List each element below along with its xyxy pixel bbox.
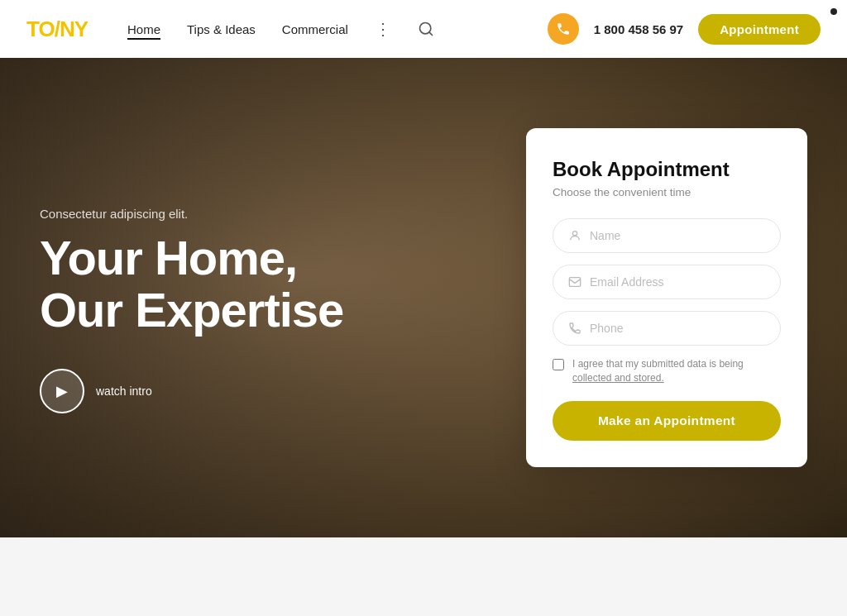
logo-rest: NY: [60, 17, 88, 41]
watch-label: watch intro: [96, 384, 152, 398]
search-icon[interactable]: [418, 21, 434, 37]
consent-label: I agree that my submitted data is being …: [572, 357, 781, 385]
consent-link[interactable]: collected and stored.: [572, 372, 664, 384]
svg-rect-3: [569, 277, 580, 286]
phone-field-icon: [568, 322, 581, 335]
name-input[interactable]: [590, 229, 765, 242]
hero-title: Your Home, Our Expertise: [40, 232, 500, 336]
booking-title: Book Appointment: [553, 158, 781, 181]
below-hero: [0, 537, 847, 616]
phone-icon: [548, 13, 579, 45]
email-icon: [568, 275, 581, 289]
logo[interactable]: TO/NY: [26, 17, 88, 42]
phone-number: 1 800 458 56 97: [594, 22, 683, 36]
name-field-wrapper: [553, 218, 781, 253]
logo-text: TO: [26, 17, 55, 41]
email-field-wrapper: [553, 265, 781, 299]
svg-point-2: [572, 231, 577, 235]
more-menu-icon[interactable]: ⋮: [375, 19, 391, 39]
phone-input[interactable]: [590, 322, 765, 335]
watch-intro[interactable]: ▶ watch intro: [40, 369, 500, 413]
person-icon: [568, 229, 581, 242]
play-button[interactable]: ▶: [40, 369, 84, 413]
email-input[interactable]: [590, 275, 765, 289]
consent-checkbox[interactable]: [553, 359, 564, 370]
notification-dot: [830, 8, 837, 15]
svg-line-1: [429, 32, 433, 36]
make-appointment-button[interactable]: Make an Appointment: [553, 401, 781, 441]
hero-section: Consectetur adipiscing elit. Your Home, …: [0, 58, 847, 537]
phone-field-wrapper: [553, 311, 781, 346]
nav-commercial[interactable]: Commercial: [282, 22, 348, 36]
header-right: 1 800 458 56 97 Appointment: [548, 13, 821, 45]
nav-home[interactable]: Home: [127, 22, 160, 36]
hero-content: Consectetur adipiscing elit. Your Home, …: [0, 58, 847, 537]
main-nav: Home Tips & Ideas Commercial ⋮: [127, 19, 548, 39]
booking-card: Book Appointment Choose the convenient t…: [526, 128, 807, 468]
booking-subtitle: Choose the convenient time: [553, 186, 781, 198]
nav-tips[interactable]: Tips & Ideas: [187, 22, 256, 36]
hero-text: Consectetur adipiscing elit. Your Home, …: [40, 182, 500, 413]
consent-row: I agree that my submitted data is being …: [553, 357, 781, 385]
hero-subtitle: Consectetur adipiscing elit.: [40, 207, 500, 221]
header: TO/NY Home Tips & Ideas Commercial ⋮ 1 8…: [0, 0, 847, 58]
appointment-button[interactable]: Appointment: [698, 14, 821, 45]
